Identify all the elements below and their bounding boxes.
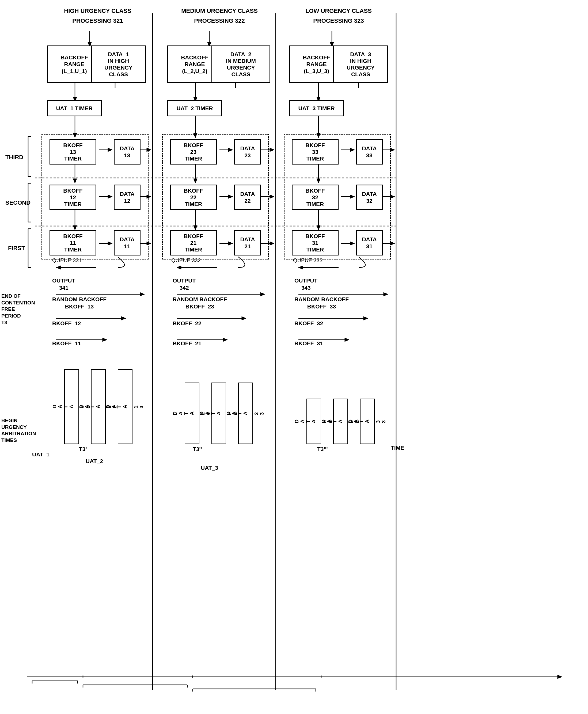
high-bkoff13-timer: BKOFF13TIMER: [49, 139, 96, 165]
third-label: THIRD: [5, 154, 23, 161]
low-bkoff31-timer: BKOFF31TIMER: [292, 230, 339, 256]
high-data-in-box: DATA_1IN HIGHURGENCYCLASS: [91, 45, 146, 83]
high-output-label: OUTPUT341: [52, 277, 75, 291]
svg-marker-89: [363, 317, 368, 320]
medium-bkoff21-timer: BKOFF21TIMER: [170, 230, 217, 256]
svg-marker-65: [390, 195, 395, 198]
medium-urgency-header: MEDIUM URGENCY CLASS: [161, 7, 278, 15]
low-queue-label: QUEUE 333: [293, 257, 322, 264]
low-data31: DATA31: [356, 230, 383, 256]
first-label: FIRST: [8, 245, 25, 252]
end-contention-label: END OFCONTENTIONFREE PERIODT3: [1, 293, 34, 326]
svg-marker-87: [242, 317, 246, 320]
svg-marker-97: [558, 675, 562, 679]
high-bkoff11-label: BKOFF_11: [52, 340, 81, 347]
time-label: TIME: [391, 444, 404, 451]
svg-marker-59: [390, 148, 395, 152]
svg-marker-93: [223, 338, 228, 342]
svg-marker-83: [383, 293, 388, 296]
medium-queue-label: QUEUE 332: [171, 257, 201, 264]
svg-marker-85: [121, 317, 126, 320]
low-random-backoff-label: RANDOM BACKOFFBKOFF_33: [294, 296, 349, 310]
medium-processing-label: PROCESSING 322: [161, 17, 278, 24]
high-bkoff12-label: BKOFF_12: [52, 320, 81, 327]
low-urgency-header: LOW URGENCY CLASS: [282, 7, 395, 15]
uat2-label: UAT_2: [86, 457, 103, 465]
svg-marker-71: [390, 242, 395, 245]
svg-marker-95: [345, 338, 349, 342]
svg-marker-79: [140, 293, 145, 296]
low-data33: DATA33: [356, 139, 383, 165]
high-uat-timer-box: UAT_1 TIMER: [47, 100, 102, 116]
medium-random-backoff-label: RANDOM BACKOFFBKOFF_23: [173, 296, 227, 310]
diagram-container: HIGH URGENCY CLASS PROCESSING 321 MEDIUM…: [0, 0, 588, 714]
medium-data22: DATA22: [234, 185, 261, 210]
svg-marker-73: [56, 266, 61, 269]
medium-data-in-box: DATA_2IN MEDIUMURGENCYCLASS: [211, 45, 270, 83]
low-bkoff33-timer: BKOFF33TIMER: [292, 139, 339, 165]
medium-bkoff23-timer: BKOFF23TIMER: [170, 139, 217, 165]
begin-urgency-label: BEGINURGENCYARBITRATIONTIMES: [1, 417, 36, 444]
t3prime-label: T3': [79, 446, 87, 453]
low-uat-timer-box: UAT_3 TIMER: [289, 100, 344, 116]
low-data-in-box: DATA_3IN HIGHURGENCYCLASS: [333, 45, 388, 83]
high-processing-label: PROCESSING 321: [41, 17, 154, 24]
medium-output-label: OUTPUT342: [173, 277, 196, 291]
high-random-backoff-label: RANDOM BACKOFFBKOFF_13: [52, 296, 106, 310]
low-bkoff31-label: BKOFF_31: [294, 340, 323, 347]
low-processing-label: PROCESSING 323: [282, 17, 395, 24]
svg-marker-91: [103, 338, 107, 342]
medium-uat-timer-box: UAT_2 TIMER: [167, 100, 222, 116]
high-queue-label: QUEUE 331: [52, 257, 82, 264]
high-data11: DATA11: [114, 230, 141, 256]
svg-marker-55: [270, 242, 274, 245]
medium-bkoff22-label: BKOFF_22: [173, 320, 201, 327]
low-bkoff32-label: BKOFF_32: [294, 320, 323, 327]
medium-data21: DATA21: [234, 230, 261, 256]
uat1-label: UAT_1: [32, 451, 49, 458]
high-bkoff11-timer: BKOFF11TIMER: [49, 230, 96, 256]
svg-marker-49: [270, 195, 274, 198]
high-urgency-header: HIGH URGENCY CLASS: [41, 7, 154, 15]
uat3-label: UAT_3: [201, 464, 218, 471]
low-data32: DATA32: [356, 185, 383, 210]
svg-marker-43: [270, 148, 274, 152]
svg-marker-75: [177, 266, 181, 269]
t3doubleprime-label: T3'': [193, 446, 202, 453]
medium-bkoff21-label: BKOFF_21: [173, 340, 201, 347]
high-data13: DATA13: [114, 139, 141, 165]
t3tripleprime-label: T3''': [317, 446, 328, 453]
second-label: SECOND: [5, 199, 30, 206]
svg-marker-81: [260, 293, 265, 296]
low-output-label: OUTPUT343: [294, 277, 317, 291]
high-data12: DATA12: [114, 185, 141, 210]
low-bkoff32-timer: BKOFF32TIMER: [292, 185, 339, 210]
medium-bkoff22-timer: BKOFF22TIMER: [170, 185, 217, 210]
svg-marker-77: [298, 266, 303, 269]
medium-data23: DATA23: [234, 139, 261, 165]
high-bkoff12-timer: BKOFF12TIMER: [49, 185, 96, 210]
